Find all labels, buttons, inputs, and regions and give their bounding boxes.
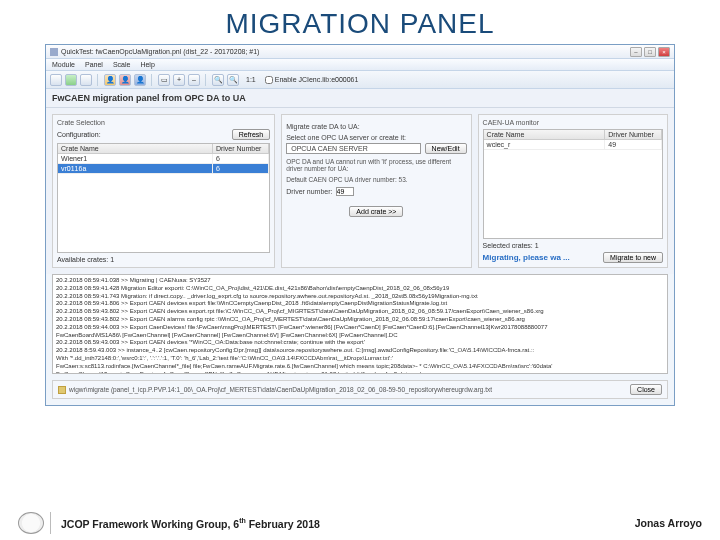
- log-line: 20.2.2018 08:59:43.802 >> Export CAEN de…: [56, 308, 664, 316]
- default-driver-label: Default CAEN OPC UA driver number: 53.: [286, 176, 466, 183]
- file-path-label: wigwr\migrate (panel_t_icp.P.PVP.14:1_06…: [69, 386, 492, 393]
- enable-checkbox[interactable]: Enable JCIenc.lib:e000061: [265, 76, 359, 84]
- log-line: FwCaen:s:sc8113.rodinface.[fwCaenChannel…: [56, 363, 664, 371]
- configuration-label: Configuration:: [57, 131, 101, 138]
- log-line: 20.2.2018 08.59:43.003 >> Export CAEN de…: [56, 339, 664, 347]
- main-panel: Crate Selection Configuration: Refresh C…: [46, 108, 674, 274]
- toolbar-btn-3[interactable]: [80, 74, 92, 86]
- slide-footer: JCOP Framework Working Group, 6th Februa…: [0, 512, 720, 534]
- bottom-bar: wigwr\migrate (panel_t_icp.P.PVP.14:1_06…: [52, 380, 668, 399]
- app-icon: [50, 48, 58, 56]
- slide-title: MIGRATION PANEL: [0, 0, 720, 44]
- cern-logo: [18, 512, 44, 534]
- log-line: 20.2.2018 08:59:41.806 >> Export CAEN de…: [56, 300, 664, 308]
- enable-checkbox-label: Enable JCIenc.lib:e000061: [275, 76, 359, 83]
- toolbar-separator-3: [205, 74, 207, 86]
- table-row-selected[interactable]: vr0116a 6: [58, 164, 269, 174]
- driver-number-label: Driver number:: [286, 188, 332, 195]
- ua-crate-table[interactable]: Crate Name Driver Number wciec_r 49: [483, 129, 663, 239]
- toolbar-separator-2: [151, 74, 153, 86]
- log-line: FwCaenBoard\MS1A86\ [FwCaenChannel] [FwC…: [56, 332, 664, 340]
- file-icon: [58, 386, 66, 394]
- footer-author: Jonas Arroyo: [635, 517, 702, 529]
- col-driver-number[interactable]: Driver Number: [605, 130, 662, 139]
- col-crate-name[interactable]: Crate Name: [58, 144, 213, 153]
- migration-config-panel: Migrate crate DA to UA: Select one OPC U…: [281, 114, 471, 268]
- menu-panel[interactable]: Panel: [85, 61, 103, 68]
- ua-monitor-label: CAEN-UA monitor: [483, 119, 663, 126]
- footer-divider: [50, 512, 51, 534]
- log-line: FwCaenChannel13_wroteCaenExprtwr_fwCaenC…: [56, 371, 664, 374]
- menu-module[interactable]: Module: [52, 61, 75, 68]
- toolbar: 👤 👤 👤 ▭ + – 🔍 🔍 1:1 Enable JCIenc.lib:e0…: [46, 71, 674, 89]
- log-line: 20.2.2018 08:59:41.743 Migration: if dir…: [56, 293, 664, 301]
- menu-scale[interactable]: Scale: [113, 61, 131, 68]
- log-line: 20.2.2018 08:59:44.003 >> Export CaenDev…: [56, 324, 664, 332]
- migrate-button[interactable]: Migrate to new: [603, 252, 663, 263]
- toolbar-btn-5[interactable]: +: [173, 74, 185, 86]
- menubar: Module Panel Scale Help: [46, 59, 674, 71]
- add-crate-button[interactable]: Add crate >>: [349, 206, 403, 217]
- col-driver-number[interactable]: Driver Number: [213, 144, 269, 153]
- cell: wciec_r: [484, 140, 606, 149]
- available-crates-label: Available crates: 1: [57, 256, 270, 263]
- log-line: With '*.dd_inth72148:0:','wsrc0:1':', '.…: [56, 355, 664, 363]
- toolbar-user2-icon[interactable]: 👤: [119, 74, 131, 86]
- toolbar-btn-4[interactable]: ▭: [158, 74, 170, 86]
- toolbar-zoom-in-icon[interactable]: 🔍: [212, 74, 224, 86]
- new-edit-button[interactable]: New/Edit: [425, 143, 467, 154]
- toolbar-separator: [97, 74, 99, 86]
- select-server-label: Select one OPC UA server or create it:: [286, 134, 466, 141]
- cell: 6: [213, 154, 269, 163]
- table-row[interactable]: wciec_r 49: [484, 140, 662, 150]
- crate-table[interactable]: Crate Name Driver Number Wiener1 6 vr011…: [57, 143, 270, 253]
- selected-crates-label: Selected crates: 1: [483, 242, 663, 249]
- close-button[interactable]: Close: [630, 384, 662, 395]
- toolbar-user1-icon[interactable]: 👤: [104, 74, 116, 86]
- table-row[interactable]: Wiener1 6: [58, 154, 269, 164]
- server-select[interactable]: OPCUA CAEN SERVER: [286, 143, 420, 154]
- minimize-button[interactable]: –: [630, 47, 642, 57]
- log-line: 20.2.2018 08:59:41.038 >> Migrating | CA…: [56, 277, 664, 285]
- window-title: QuickTest: fwCaenOpcUaMigration.pnl (dis…: [61, 48, 630, 55]
- cell: Wiener1: [58, 154, 213, 163]
- cell: 49: [605, 140, 662, 149]
- log-line: 20.2.2018 08:59:43.802 >> Export CAEN al…: [56, 316, 664, 324]
- maximize-button[interactable]: □: [644, 47, 656, 57]
- panel-title: FwCAEN migration panel from OPC DA to UA: [46, 89, 674, 108]
- scale-label: 1:1: [246, 76, 256, 83]
- driver-number-input[interactable]: [336, 187, 354, 196]
- enable-checkbox-input[interactable]: [265, 76, 273, 84]
- migration-status: Migrating, please wa ...: [483, 253, 570, 262]
- cell: 6: [213, 164, 269, 173]
- toolbar-btn-1[interactable]: [50, 74, 62, 86]
- toolbar-user3-icon[interactable]: 👤: [134, 74, 146, 86]
- cell: vr0116a: [58, 164, 213, 173]
- col-crate-name[interactable]: Crate Name: [484, 130, 606, 139]
- app-window: QuickTest: fwCaenOpcUaMigration.pnl (dis…: [45, 44, 675, 406]
- log-output[interactable]: 20.2.2018 08:59:41.038 >> Migrating | CA…: [52, 274, 668, 374]
- migrate-heading: Migrate crate DA to UA:: [286, 123, 466, 130]
- close-window-button[interactable]: ×: [658, 47, 670, 57]
- crate-selection-label: Crate Selection: [57, 119, 270, 126]
- toolbar-zoom-out-icon[interactable]: 🔍: [227, 74, 239, 86]
- crate-selection-panel: Crate Selection Configuration: Refresh C…: [52, 114, 275, 268]
- titlebar: QuickTest: fwCaenOpcUaMigration.pnl (dis…: [46, 45, 674, 59]
- toolbar-btn-2[interactable]: [65, 74, 77, 86]
- log-line: 20.2.2018 08:59:41.428 Migration Editor …: [56, 285, 664, 293]
- refresh-button[interactable]: Refresh: [232, 129, 271, 140]
- log-line: 20.2.2018 8:59.43.003 >> instance_4..2 […: [56, 347, 664, 355]
- ua-monitor-panel: CAEN-UA monitor Crate Name Driver Number…: [478, 114, 668, 268]
- driver-warning: OPC DA and UA cannot run with 'it' proce…: [286, 158, 466, 172]
- menu-help[interactable]: Help: [140, 61, 154, 68]
- footer-left: JCOP Framework Working Group, 6th Februa…: [61, 517, 320, 530]
- toolbar-btn-6[interactable]: –: [188, 74, 200, 86]
